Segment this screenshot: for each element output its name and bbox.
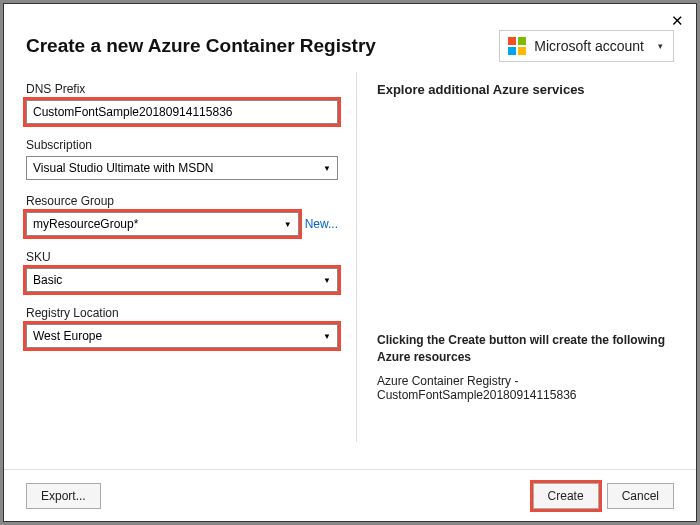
- cancel-button[interactable]: Cancel: [607, 483, 674, 509]
- create-note: Clicking the Create button will create t…: [377, 212, 674, 366]
- resource-summary: Azure Container Registry - CustomFontSam…: [377, 374, 674, 402]
- location-label: Registry Location: [26, 306, 338, 320]
- account-label: Microsoft account: [534, 38, 644, 54]
- chevron-down-icon: ▼: [284, 220, 292, 229]
- resource-group-label: Resource Group: [26, 194, 338, 208]
- microsoft-logo-icon: [508, 37, 526, 55]
- chevron-down-icon: ▼: [323, 332, 331, 341]
- subscription-dropdown[interactable]: Visual Studio Ultimate with MSDN ▼: [26, 156, 338, 180]
- dns-prefix-label: DNS Prefix: [26, 82, 338, 96]
- subscription-label: Subscription: [26, 138, 338, 152]
- location-value: West Europe: [33, 329, 102, 343]
- new-resource-group-link[interactable]: New...: [305, 217, 338, 231]
- sku-value: Basic: [33, 273, 62, 287]
- export-button[interactable]: Export...: [26, 483, 101, 509]
- sku-label: SKU: [26, 250, 338, 264]
- dialog-title: Create a new Azure Container Registry: [26, 35, 376, 57]
- close-icon[interactable]: ✕: [671, 12, 684, 30]
- chevron-down-icon: ▾: [652, 41, 663, 51]
- account-dropdown[interactable]: Microsoft account ▾: [499, 30, 674, 62]
- location-dropdown[interactable]: West Europe ▼: [26, 324, 338, 348]
- resource-group-value: myResourceGroup*: [33, 217, 138, 231]
- dns-prefix-value: CustomFontSample20180914115836: [33, 105, 232, 119]
- subscription-value: Visual Studio Ultimate with MSDN: [33, 161, 214, 175]
- create-button[interactable]: Create: [533, 483, 599, 509]
- chevron-down-icon: ▼: [323, 276, 331, 285]
- sku-dropdown[interactable]: Basic ▼: [26, 268, 338, 292]
- explore-heading: Explore additional Azure services: [377, 82, 674, 97]
- resource-group-dropdown[interactable]: myResourceGroup* ▼: [26, 212, 299, 236]
- dns-prefix-input[interactable]: CustomFontSample20180914115836: [26, 100, 338, 124]
- chevron-down-icon: ▼: [323, 164, 331, 173]
